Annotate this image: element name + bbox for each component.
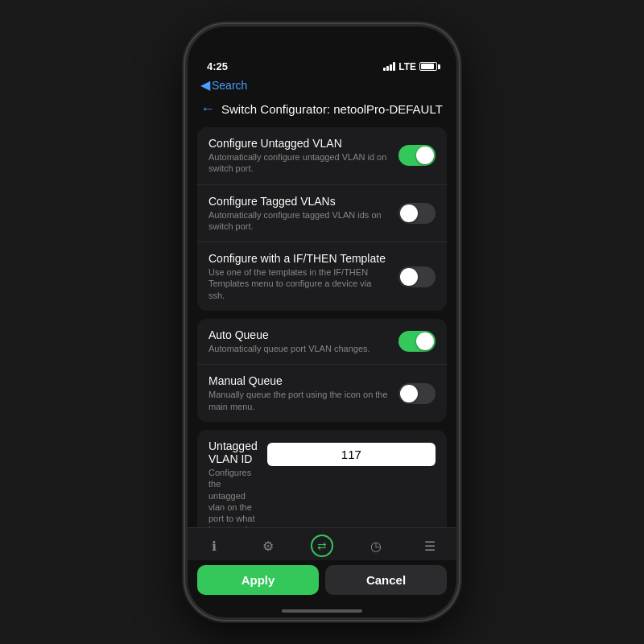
configure-tagged-vlans-toggle[interactable] — [398, 203, 436, 224]
configure-ifthen-subtitle: Use one of the templates in the IF/THEN … — [208, 266, 389, 301]
configure-ifthen-toggle[interactable] — [398, 266, 436, 287]
configure-ifthen-title: Configure with a IF/THEN Template — [208, 252, 389, 265]
home-indicator — [188, 601, 456, 617]
tab-info[interactable]: ℹ — [203, 535, 225, 557]
configure-tagged-vlans-row: Configure Tagged VLANs Automatically con… — [197, 185, 447, 243]
configure-tagged-vlans-subtitle: Automatically configure tagged VLAN ids … — [208, 209, 389, 233]
back-button[interactable]: ◀ Search — [200, 77, 247, 93]
untagged-vlan-id-title: Untagged VLAN ID — [208, 440, 258, 465]
configure-untagged-vlan-subtitle: Automatically configure untagged VLAN id… — [208, 151, 389, 175]
cancel-button[interactable]: Cancel — [325, 565, 447, 595]
nav-bar[interactable]: ◀ Search — [188, 76, 456, 97]
screen-content: Configure Untagged VLAN Automatically co… — [188, 124, 456, 527]
clock-icon: ◷ — [365, 535, 387, 557]
config-section: Configure Untagged VLAN Automatically co… — [197, 127, 447, 311]
status-time: 4:25 — [207, 60, 247, 72]
status-bar: 4:25 LTE — [188, 54, 456, 76]
untagged-vlan-id-subtitle: Configures the untagged vlan on the port… — [208, 467, 258, 527]
manual-queue-row: Manual Queue Manually queue the port usi… — [197, 365, 447, 422]
back-label: Search — [212, 79, 247, 92]
auto-queue-subtitle: Automatically queue port VLAN changes. — [208, 343, 389, 354]
transfer-icon: ⇄ — [311, 535, 333, 557]
auto-queue-toggle[interactable] — [398, 331, 436, 352]
tab-items: ℹ ⚙ ⇄ ◷ ☰ — [188, 535, 456, 557]
tab-menu[interactable]: ☰ — [419, 535, 441, 557]
network-type: LTE — [398, 61, 416, 72]
home-bar — [282, 609, 362, 613]
configure-untagged-vlan-title: Configure Untagged VLAN — [208, 137, 389, 150]
apply-button[interactable]: Apply — [197, 565, 319, 595]
page-header: ← Switch Configurator: netoolPro-DEFAULT — [188, 97, 456, 124]
auto-queue-title: Auto Queue — [208, 328, 389, 341]
manual-queue-toggle[interactable] — [398, 383, 436, 404]
configure-ifthen-row: Configure with a IF/THEN Template Use on… — [197, 242, 447, 311]
auto-queue-row: Auto Queue Automatically queue port VLAN… — [197, 319, 447, 365]
untagged-vlan-id-row: Untagged VLAN ID Configures the untagged… — [197, 430, 447, 527]
gear-icon: ⚙ — [257, 535, 279, 557]
vlan-section: Untagged VLAN ID Configures the untagged… — [197, 430, 447, 527]
vlan-id-input[interactable] — [267, 443, 436, 466]
configure-untagged-vlan-toggle[interactable] — [398, 145, 436, 166]
configure-untagged-vlan-row: Configure Untagged VLAN Automatically co… — [197, 127, 447, 185]
queue-section: Auto Queue Automatically queue port VLAN… — [197, 319, 447, 422]
manual-queue-subtitle: Manually queue the port using the icon o… — [208, 389, 389, 412]
info-icon: ℹ — [203, 535, 225, 557]
tab-bar: ℹ ⚙ ⇄ ◷ ☰ — [188, 527, 456, 560]
manual-queue-title: Manual Queue — [208, 374, 389, 387]
menu-icon: ☰ — [419, 535, 441, 557]
battery-icon — [419, 62, 437, 71]
action-bar: Apply Cancel — [188, 560, 456, 601]
configure-tagged-vlans-title: Configure Tagged VLANs — [208, 195, 389, 208]
header-back-icon[interactable]: ← — [200, 101, 215, 118]
tab-history[interactable]: ◷ — [365, 535, 387, 557]
back-arrow-icon: ◀ — [200, 77, 210, 93]
signal-icon — [383, 62, 395, 71]
tab-transfer[interactable]: ⇄ — [311, 535, 333, 557]
status-right: LTE — [381, 61, 437, 72]
page-title: Switch Configurator: netoolPro-DEFAULT — [221, 102, 443, 116]
tab-settings[interactable]: ⚙ — [257, 535, 279, 557]
